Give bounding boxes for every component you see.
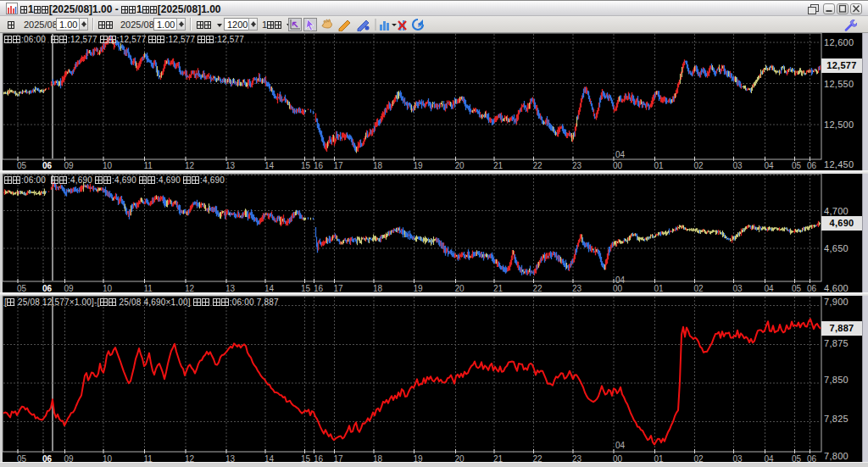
svg-text:R: R: [418, 22, 422, 28]
